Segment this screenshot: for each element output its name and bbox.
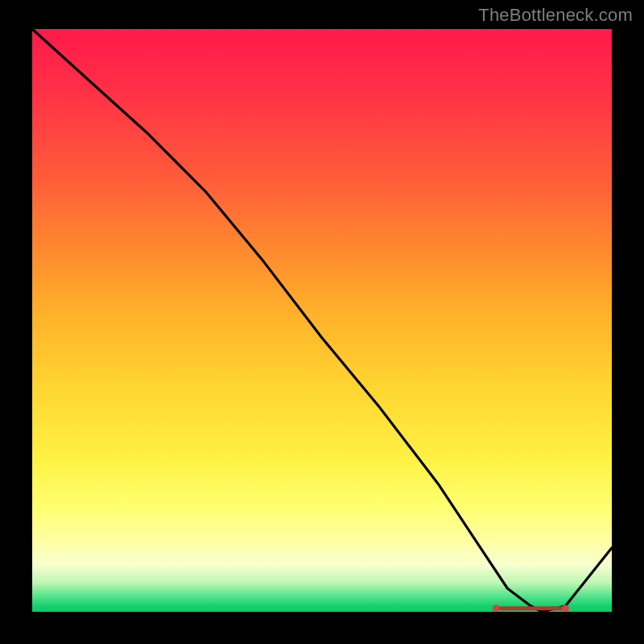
optimal-range-start-dot: [493, 605, 500, 612]
optimal-range-end-dot: [562, 605, 569, 612]
bottleneck-curve: [32, 29, 612, 612]
chart-overlay: [32, 29, 612, 612]
attribution-label: TheBottleneck.com: [478, 5, 633, 26]
chart-frame: TheBottleneck.com: [0, 0, 644, 644]
